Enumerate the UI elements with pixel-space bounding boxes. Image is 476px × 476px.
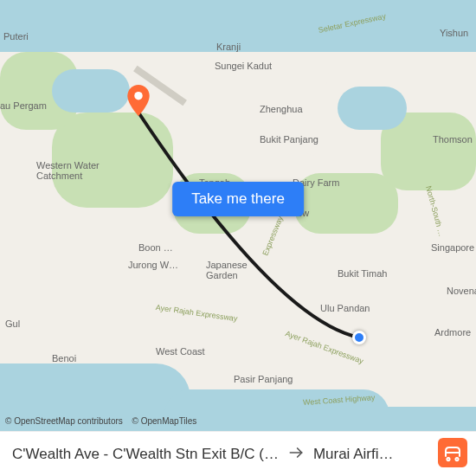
place-label: Puteri xyxy=(3,31,29,42)
place-label: Bukit Timah xyxy=(338,268,387,279)
map-water xyxy=(52,69,130,113)
attribution-tiles: © OpenMapTiles xyxy=(132,416,197,426)
route-to-label: Murai Airfi… xyxy=(313,446,394,463)
place-label: Thomson xyxy=(433,134,473,145)
origin-marker xyxy=(352,331,366,344)
moovit-logo-icon[interactable] xyxy=(438,438,467,467)
arrow-right-icon xyxy=(287,444,305,465)
place-label: Jurong W… xyxy=(128,260,178,270)
place-label: Novena xyxy=(447,286,476,296)
place-label: West Coast xyxy=(156,346,205,357)
place-label: Kranji xyxy=(216,42,241,52)
route-from-label: C'Wealth Ave - C'Wealth Stn Exit B/C (… xyxy=(12,446,279,463)
place-label: Gul xyxy=(5,318,20,329)
attribution-osm: © OpenStreetMap contributors xyxy=(5,416,123,426)
svg-point-0 xyxy=(134,92,143,100)
place-label: Boon … xyxy=(138,242,173,253)
route-summary-bar: C'Wealth Ave - C'Wealth Stn Exit B/C (… … xyxy=(0,431,476,476)
place-label: au Pergam xyxy=(0,100,47,111)
place-label: Ulu Pandan xyxy=(320,303,370,313)
place-label: Bukit Panjang xyxy=(260,134,318,145)
place-label: Ardmore xyxy=(434,327,471,338)
map-water xyxy=(338,87,407,130)
destination-pin xyxy=(127,85,150,116)
place-label: Zhenghua xyxy=(260,104,303,114)
place-label: Japanese Garden xyxy=(206,260,248,280)
place-label: Pasir Panjang xyxy=(234,374,293,384)
place-label: Singapore … xyxy=(431,242,476,253)
take-me-there-button[interactable]: Take me there xyxy=(172,182,304,216)
map-container[interactable]: Puteri au Pergam Kranji Sungei Kadut Yis… xyxy=(0,0,476,476)
place-label: Western Water Catchment xyxy=(36,160,100,181)
place-label: Sungei Kadut xyxy=(215,61,272,71)
place-label: Yishun xyxy=(440,28,468,38)
place-label: Benoi xyxy=(52,353,76,363)
map-attribution: © OpenStreetMap contributors © OpenMapTi… xyxy=(5,416,203,426)
